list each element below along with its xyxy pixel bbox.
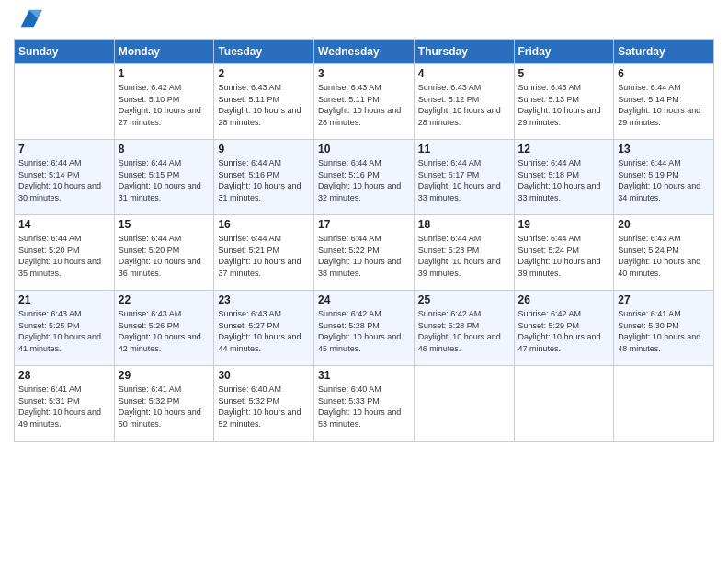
day-number: 7 [18,143,110,155]
day-number: 1 [119,67,210,80]
calendar-week-4: 21Sunrise: 6:43 AMSunset: 5:25 PMDayligh… [15,291,714,366]
day-number: 12 [518,143,610,155]
calendar-cell [514,366,614,442]
day-number: 17 [318,218,410,231]
day-number: 6 [618,67,710,80]
day-info: Sunrise: 6:43 AMSunset: 5:25 PMDaylight:… [18,308,110,354]
day-info: Sunrise: 6:44 AMSunset: 5:16 PMDaylight:… [218,157,310,203]
calendar-cell [414,366,514,442]
day-info: Sunrise: 6:44 AMSunset: 5:23 PMDaylight:… [418,233,510,279]
calendar-cell: 12Sunrise: 6:44 AMSunset: 5:18 PMDayligh… [514,140,614,215]
day-number: 29 [119,369,210,382]
weekday-header-thursday: Thursday [414,40,514,64]
calendar-cell: 6Sunrise: 6:44 AMSunset: 5:14 PMDaylight… [614,64,714,140]
day-number: 20 [618,218,710,231]
day-number: 24 [318,293,410,306]
calendar-cell: 7Sunrise: 6:44 AMSunset: 5:14 PMDaylight… [15,140,115,215]
calendar-cell [614,366,714,442]
day-info: Sunrise: 6:43 AMSunset: 5:11 PMDaylight:… [318,82,410,128]
day-number: 14 [18,218,110,231]
day-number: 13 [618,143,710,155]
weekday-header-tuesday: Tuesday [214,40,314,64]
calendar-cell: 13Sunrise: 6:44 AMSunset: 5:19 PMDayligh… [614,140,714,215]
calendar-cell: 15Sunrise: 6:44 AMSunset: 5:20 PMDayligh… [114,215,214,291]
calendar-cell: 29Sunrise: 6:41 AMSunset: 5:32 PMDayligh… [114,366,214,442]
day-number: 11 [418,143,510,155]
calendar-cell: 22Sunrise: 6:43 AMSunset: 5:26 PMDayligh… [114,291,214,366]
day-number: 30 [218,369,310,382]
day-info: Sunrise: 6:40 AMSunset: 5:33 PMDaylight:… [318,384,410,430]
day-info: Sunrise: 6:44 AMSunset: 5:20 PMDaylight:… [119,233,210,279]
day-info: Sunrise: 6:44 AMSunset: 5:19 PMDaylight:… [618,157,710,203]
day-info: Sunrise: 6:43 AMSunset: 5:24 PMDaylight:… [618,233,710,279]
calendar-cell: 9Sunrise: 6:44 AMSunset: 5:16 PMDaylight… [214,140,314,215]
day-number: 26 [518,293,610,306]
day-info: Sunrise: 6:41 AMSunset: 5:32 PMDaylight:… [119,384,210,430]
day-number: 10 [318,143,410,155]
calendar-cell: 5Sunrise: 6:43 AMSunset: 5:13 PMDaylight… [514,64,614,140]
calendar-cell: 24Sunrise: 6:42 AMSunset: 5:28 PMDayligh… [314,291,415,366]
day-info: Sunrise: 6:43 AMSunset: 5:11 PMDaylight:… [218,82,310,128]
calendar-cell: 4Sunrise: 6:43 AMSunset: 5:12 PMDaylight… [414,64,514,140]
day-info: Sunrise: 6:42 AMSunset: 5:28 PMDaylight:… [418,308,510,354]
day-info: Sunrise: 6:44 AMSunset: 5:17 PMDaylight:… [418,157,510,203]
day-number: 28 [18,369,110,382]
weekday-header-saturday: Saturday [614,40,714,64]
day-info: Sunrise: 6:43 AMSunset: 5:12 PMDaylight:… [418,82,510,128]
calendar-cell: 20Sunrise: 6:43 AMSunset: 5:24 PMDayligh… [614,215,714,291]
logo-icon [17,6,42,31]
day-info: Sunrise: 6:42 AMSunset: 5:29 PMDaylight:… [518,308,610,354]
calendar-cell: 14Sunrise: 6:44 AMSunset: 5:20 PMDayligh… [15,215,115,291]
day-info: Sunrise: 6:44 AMSunset: 5:14 PMDaylight:… [618,82,710,128]
calendar-week-5: 28Sunrise: 6:41 AMSunset: 5:31 PMDayligh… [15,366,714,442]
day-info: Sunrise: 6:40 AMSunset: 5:32 PMDaylight:… [218,384,310,430]
weekday-header-row: SundayMondayTuesdayWednesdayThursdayFrid… [15,40,714,64]
day-number: 21 [18,293,110,306]
calendar-cell: 30Sunrise: 6:40 AMSunset: 5:32 PMDayligh… [214,366,314,442]
calendar-cell: 23Sunrise: 6:43 AMSunset: 5:27 PMDayligh… [214,291,314,366]
page: SundayMondayTuesdayWednesdayThursdayFrid… [0,0,728,563]
day-info: Sunrise: 6:44 AMSunset: 5:21 PMDaylight:… [218,233,310,279]
day-number: 4 [418,67,510,80]
calendar-cell: 31Sunrise: 6:40 AMSunset: 5:33 PMDayligh… [314,366,415,442]
day-number: 3 [318,67,410,80]
calendar-cell: 3Sunrise: 6:43 AMSunset: 5:11 PMDaylight… [314,64,415,140]
calendar-cell: 2Sunrise: 6:43 AMSunset: 5:11 PMDaylight… [214,64,314,140]
calendar-week-3: 14Sunrise: 6:44 AMSunset: 5:20 PMDayligh… [15,215,714,291]
day-info: Sunrise: 6:44 AMSunset: 5:24 PMDaylight:… [518,233,610,279]
day-number: 15 [119,218,210,231]
calendar-cell: 18Sunrise: 6:44 AMSunset: 5:23 PMDayligh… [414,215,514,291]
calendar-week-2: 7Sunrise: 6:44 AMSunset: 5:14 PMDaylight… [15,140,714,215]
day-info: Sunrise: 6:41 AMSunset: 5:31 PMDaylight:… [18,384,110,430]
day-info: Sunrise: 6:42 AMSunset: 5:28 PMDaylight:… [318,308,410,354]
header [14,9,714,31]
calendar-table: SundayMondayTuesdayWednesdayThursdayFrid… [14,39,714,442]
calendar-week-1: 1Sunrise: 6:42 AMSunset: 5:10 PMDaylight… [15,64,714,140]
day-info: Sunrise: 6:44 AMSunset: 5:15 PMDaylight:… [119,157,210,203]
calendar-cell [15,64,115,140]
day-info: Sunrise: 6:42 AMSunset: 5:10 PMDaylight:… [119,82,210,128]
day-number: 2 [218,67,310,80]
day-number: 22 [119,293,210,306]
calendar-cell: 27Sunrise: 6:41 AMSunset: 5:30 PMDayligh… [614,291,714,366]
day-number: 25 [418,293,510,306]
day-info: Sunrise: 6:44 AMSunset: 5:14 PMDaylight:… [18,157,110,203]
calendar-cell: 25Sunrise: 6:42 AMSunset: 5:28 PMDayligh… [414,291,514,366]
day-info: Sunrise: 6:41 AMSunset: 5:30 PMDaylight:… [618,308,710,354]
day-number: 9 [218,143,310,155]
day-number: 5 [518,67,610,80]
calendar-cell: 11Sunrise: 6:44 AMSunset: 5:17 PMDayligh… [414,140,514,215]
calendar-cell: 19Sunrise: 6:44 AMSunset: 5:24 PMDayligh… [514,215,614,291]
weekday-header-sunday: Sunday [15,40,115,64]
day-number: 8 [119,143,210,155]
calendar-cell: 1Sunrise: 6:42 AMSunset: 5:10 PMDaylight… [114,64,214,140]
day-number: 18 [418,218,510,231]
weekday-header-wednesday: Wednesday [314,40,415,64]
day-info: Sunrise: 6:44 AMSunset: 5:22 PMDaylight:… [318,233,410,279]
weekday-header-monday: Monday [114,40,214,64]
day-number: 16 [218,218,310,231]
day-info: Sunrise: 6:43 AMSunset: 5:13 PMDaylight:… [518,82,610,128]
day-number: 31 [318,369,410,382]
day-number: 27 [618,293,710,306]
day-info: Sunrise: 6:44 AMSunset: 5:18 PMDaylight:… [518,157,610,203]
